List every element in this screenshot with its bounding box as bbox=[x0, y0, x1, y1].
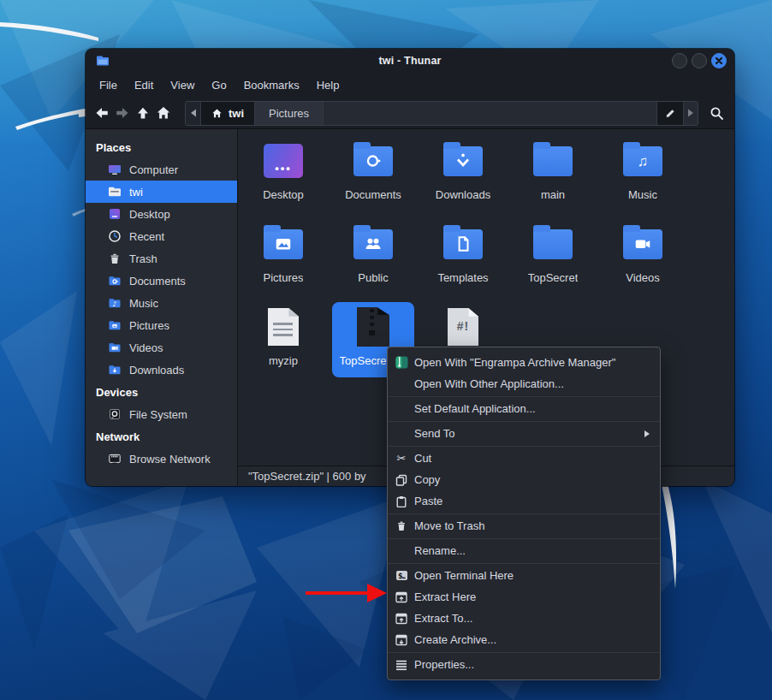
sidebar-item-pictures[interactable]: Pictures bbox=[86, 314, 237, 336]
file-item-videos[interactable]: Videos bbox=[602, 219, 684, 294]
maximize-button[interactable] bbox=[692, 53, 707, 68]
menu-item-open-terminal-here[interactable]: $ Open Terminal Here bbox=[388, 565, 660, 586]
download-arrow-icon bbox=[454, 151, 472, 170]
pencil-icon bbox=[664, 107, 676, 119]
sidebar-header-places: Places bbox=[86, 136, 237, 158]
svg-text:♪: ♪ bbox=[112, 300, 116, 308]
properties-icon bbox=[395, 658, 408, 672]
network-icon bbox=[108, 452, 122, 466]
menu-item-copy[interactable]: Copy bbox=[388, 469, 660, 490]
home-button[interactable] bbox=[153, 103, 174, 123]
menu-item-cut[interactable]: ✂ Cut bbox=[388, 448, 660, 469]
menu-separator bbox=[388, 446, 660, 447]
sidebar-item-videos[interactable]: Videos bbox=[86, 336, 237, 359]
sidebar-item-trash[interactable]: Trash bbox=[86, 247, 237, 270]
path-bar: twi Pictures bbox=[185, 101, 698, 126]
document-outline-icon bbox=[454, 234, 472, 253]
close-button[interactable] bbox=[711, 53, 727, 68]
file-item-downloads[interactable]: Downloads bbox=[422, 136, 504, 211]
path-segment-label: Pictures bbox=[269, 107, 309, 120]
svg-text:$: $ bbox=[398, 572, 403, 580]
trash-icon bbox=[108, 252, 122, 265]
menu-item-open-with-other[interactable]: Open With Other Application... bbox=[388, 373, 660, 394]
sidebar-item-documents[interactable]: Documents bbox=[86, 270, 237, 292]
path-segment-pictures[interactable]: Pictures bbox=[255, 102, 324, 125]
file-item-music[interactable]: ♫ Music bbox=[602, 136, 684, 211]
plain-folder-icon bbox=[533, 229, 573, 259]
paperclip-icon bbox=[364, 151, 383, 170]
up-button[interactable] bbox=[133, 103, 153, 123]
minimize-button[interactable] bbox=[672, 53, 687, 68]
search-button[interactable] bbox=[705, 102, 727, 124]
folder-videos-icon bbox=[108, 341, 122, 354]
path-scroll-left-button[interactable] bbox=[186, 102, 201, 125]
menu-item-paste[interactable]: Paste bbox=[388, 490, 660, 512]
sidebar-item-twi[interactable]: twi bbox=[86, 181, 237, 203]
menu-item-open-with-engrampa[interactable]: Open With "Engrampa Archive Manager" bbox=[388, 352, 660, 373]
sidebar-item-downloads[interactable]: Downloads bbox=[86, 359, 237, 381]
sidebar-item-label: Downloads bbox=[129, 364, 184, 377]
path-scroll-right-button[interactable] bbox=[683, 102, 698, 125]
menu-item-rename[interactable]: Rename... bbox=[388, 540, 660, 561]
sidebar-item-browse-network[interactable]: Browse Network bbox=[86, 448, 237, 470]
menu-help[interactable]: Help bbox=[308, 75, 348, 95]
context-menu: Open With "Engrampa Archive Manager" Ope… bbox=[387, 347, 661, 680]
menu-item-extract-to[interactable]: Extract To... bbox=[388, 608, 660, 629]
sidebar-item-label: Music bbox=[129, 297, 158, 310]
file-item-templates[interactable]: Templates bbox=[422, 219, 504, 294]
menu-item-move-to-trash[interactable]: Move to Trash bbox=[388, 515, 660, 537]
path-empty-area[interactable] bbox=[324, 102, 656, 125]
file-label: Templates bbox=[437, 271, 488, 284]
menu-view[interactable]: View bbox=[162, 75, 203, 95]
back-button[interactable] bbox=[92, 103, 112, 123]
folder-pictures-icon bbox=[108, 318, 122, 332]
sidebar-item-label: twi bbox=[129, 186, 143, 199]
file-label: Music bbox=[628, 188, 657, 201]
file-item-desktop[interactable]: ••• Desktop bbox=[242, 136, 324, 211]
file-item-topsecret-folder[interactable]: TopSecret bbox=[512, 219, 594, 294]
menu-file[interactable]: File bbox=[91, 75, 126, 95]
home-icon bbox=[156, 105, 171, 121]
file-label: Documents bbox=[345, 188, 401, 201]
file-item-public[interactable]: Public bbox=[332, 219, 414, 294]
path-segment-home[interactable]: twi bbox=[201, 102, 255, 125]
computer-icon bbox=[108, 163, 122, 176]
text-file-icon bbox=[268, 308, 299, 346]
path-edit-button[interactable] bbox=[656, 102, 683, 125]
music-note-icon: ♫ bbox=[638, 154, 649, 169]
menu-separator bbox=[388, 421, 660, 422]
desktop-icon bbox=[108, 207, 122, 221]
sidebar-item-computer[interactable]: Computer bbox=[86, 158, 237, 181]
folder-downloads-icon bbox=[108, 363, 122, 377]
menu-item-set-default-application[interactable]: Set Default Application... bbox=[388, 398, 660, 419]
up-icon bbox=[135, 105, 151, 121]
sidebar-item-label: Computer bbox=[129, 163, 178, 176]
menu-bookmarks[interactable]: Bookmarks bbox=[235, 75, 308, 95]
menu-item-extract-here[interactable]: Extract Here bbox=[388, 586, 660, 608]
titlebar[interactable]: twi - Thunar bbox=[86, 49, 734, 73]
forward-button[interactable] bbox=[112, 103, 133, 123]
menu-item-send-to[interactable]: Send To bbox=[388, 423, 660, 444]
drive-icon bbox=[108, 407, 122, 421]
file-item-myzip[interactable]: myzip bbox=[242, 302, 324, 377]
pictures-folder-icon bbox=[264, 229, 303, 259]
chevron-right-icon bbox=[687, 109, 694, 117]
menu-item-create-archive[interactable]: Create Archive... bbox=[388, 629, 660, 650]
sidebar-item-recent[interactable]: Recent bbox=[86, 225, 237, 247]
sidebar-item-music[interactable]: ♪ Music bbox=[86, 292, 237, 314]
sidebar-item-file-system[interactable]: File System bbox=[86, 403, 237, 425]
close-icon bbox=[716, 58, 722, 63]
menu-item-properties[interactable]: Properties... bbox=[388, 654, 660, 675]
file-grid: ••• Desktop Documents Downloads bbox=[242, 136, 684, 377]
file-item-documents[interactable]: Documents bbox=[332, 136, 414, 211]
sidebar-item-desktop[interactable]: Desktop bbox=[86, 203, 237, 225]
sidebar-item-label: Videos bbox=[129, 341, 163, 354]
menu-separator bbox=[388, 563, 660, 564]
file-item-main[interactable]: main bbox=[512, 136, 594, 211]
sidebar-item-label: Recent bbox=[129, 230, 164, 243]
menu-edit[interactable]: Edit bbox=[126, 75, 162, 95]
file-label: myzip bbox=[269, 354, 298, 367]
menu-go[interactable]: Go bbox=[203, 75, 235, 95]
paste-icon bbox=[395, 495, 408, 508]
file-item-pictures[interactable]: Pictures bbox=[242, 219, 324, 294]
